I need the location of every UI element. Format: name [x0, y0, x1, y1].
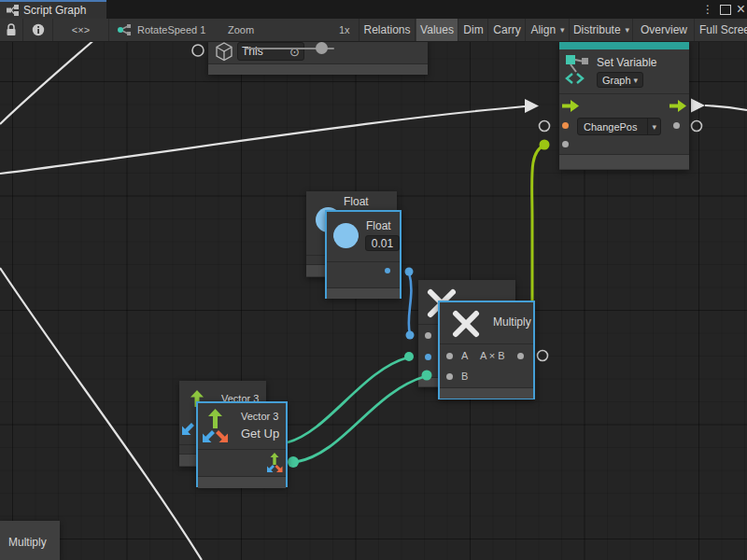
input-port[interactable] [425, 354, 431, 360]
maximize-icon [720, 5, 731, 15]
vector3-downright-arrow-icon [216, 430, 228, 442]
graph-toolbar: <×> RotateSpeed 1 Zoom 1x Relations Valu… [0, 19, 747, 42]
tab-title: Script Graph [23, 4, 86, 17]
node-footer [440, 387, 533, 399]
carry-button[interactable]: Carry [489, 19, 526, 41]
variable-select-dropdown[interactable]: ChangePos ▾ [577, 118, 661, 135]
zoom-label: Zoom [228, 19, 254, 41]
info-icon [32, 23, 45, 36]
input-port-b[interactable] [446, 373, 453, 380]
vector3-downleft-arrow-icon [182, 423, 194, 435]
float-value: 0.01 [372, 237, 393, 250]
window-maximize-button[interactable] [717, 0, 734, 19]
node-title: Multiply [8, 536, 47, 549]
this-object-field[interactable]: This ⊙ [237, 42, 304, 61]
lock-button[interactable] [0, 19, 23, 41]
graph-name: RotateSpeed 1 [137, 24, 205, 35]
node-subtitle: Get Up [241, 427, 279, 441]
info-button[interactable] [23, 19, 53, 41]
distribute-label: Distribute [573, 23, 621, 36]
chevron-down-icon: ▾ [626, 25, 630, 35]
node-title: Multiply [493, 315, 531, 329]
vector3-up-arrow-icon [208, 409, 222, 428]
flow-output-arrow[interactable] [669, 100, 686, 112]
window-close-button[interactable]: × [735, 0, 747, 19]
zoom-slider-handle[interactable] [316, 42, 328, 54]
variable-name-port[interactable] [562, 122, 569, 129]
port-b-label: B [461, 371, 468, 382]
value-input-port[interactable] [562, 141, 569, 147]
target-picker-icon[interactable]: ⊙ [289, 45, 300, 59]
cube-icon [215, 42, 233, 62]
values-button[interactable]: Values [416, 19, 458, 41]
kind-dropdown-value: Graph [602, 75, 631, 86]
variable-kind-dropdown[interactable]: Graph ▾ [597, 72, 643, 88]
overview-button[interactable]: Overview [634, 19, 695, 41]
node-footer [198, 476, 286, 488]
code-preview-button[interactable]: <×> [53, 19, 109, 41]
node-title: Float [366, 219, 391, 232]
variable-kind-bar [559, 41, 689, 49]
node-footer [208, 63, 428, 75]
tab-script-graph[interactable]: Script Graph [0, 0, 106, 19]
window-menu-button[interactable]: ⋮ [700, 0, 715, 19]
output-port[interactable] [517, 353, 524, 359]
node-footer [327, 287, 400, 299]
node-float[interactable]: Float 0.01 [325, 210, 402, 299]
unity-visual-scripting-window: Float Vector 3 Multiply [0, 0, 747, 560]
relations-button[interactable]: Relations [359, 19, 416, 41]
result-label: A × B [480, 350, 505, 361]
input-port-a[interactable] [446, 353, 453, 359]
dim-button[interactable]: Dim [459, 19, 488, 41]
divider [559, 93, 689, 94]
window-tab-bar: Script Graph ⋮ × [0, 0, 747, 19]
divider [440, 343, 533, 344]
node-title: Vector 3 [241, 411, 278, 422]
multiply-icon [448, 306, 484, 342]
vector3-mini-icon[interactable] [265, 453, 284, 474]
node-multiply-corner[interactable]: Multiply [0, 521, 60, 560]
zoom-value: 1x [339, 19, 350, 41]
set-variable-icon [564, 53, 590, 84]
node-title: Float [344, 195, 369, 208]
fullscreen-button[interactable]: Full Screen [696, 19, 747, 41]
align-label: Align [530, 23, 556, 36]
node-set-variable[interactable]: Set Variable Graph ▾ ChangePos ▾ [559, 41, 689, 170]
flow-input-arrow[interactable] [562, 100, 579, 112]
float-icon [333, 223, 359, 248]
graph-asset-icon [117, 23, 132, 36]
script-graph-icon [7, 5, 19, 16]
vector3-downleft-arrow-icon [203, 430, 215, 442]
input-port[interactable] [425, 332, 431, 339]
chevron-down-icon: ▾ [633, 76, 638, 85]
graph-breadcrumb[interactable]: RotateSpeed 1 [117, 19, 205, 41]
float-value-field[interactable]: 0.01 [365, 235, 400, 251]
node-multiply[interactable]: Multiply A A × B B [438, 301, 535, 399]
port-a-label: A [461, 350, 468, 361]
chevron-down-icon: ▾ [560, 25, 565, 35]
output-port[interactable] [673, 122, 680, 129]
variable-dropdown-value: ChangePos [578, 121, 647, 133]
output-port[interactable] [385, 268, 390, 273]
node-footer [559, 154, 689, 169]
lock-icon [6, 23, 17, 36]
divider [198, 449, 286, 450]
align-dropdown-button[interactable]: Align ▾ [527, 19, 570, 41]
node-vector3-get-up[interactable]: Vector 3 Get Up [196, 401, 288, 487]
chevron-down-icon: ▾ [647, 119, 660, 134]
divider [327, 261, 400, 262]
distribute-dropdown-button[interactable]: Distribute ▾ [571, 19, 633, 41]
node-title: Set Variable [597, 56, 656, 69]
